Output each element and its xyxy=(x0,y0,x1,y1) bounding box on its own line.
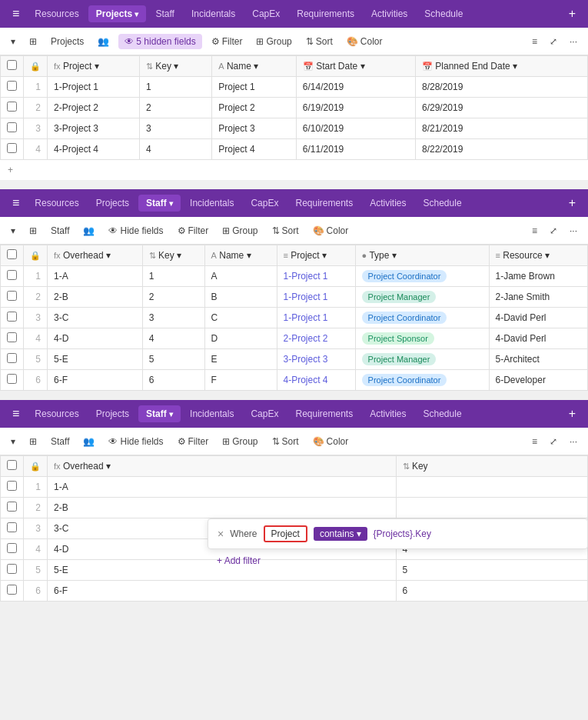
nav-requirements-1[interactable]: Requirements xyxy=(289,5,362,22)
row-height-icon[interactable]: ≡ xyxy=(527,34,542,49)
color-button-2[interactable]: 🎨 Color xyxy=(308,223,354,238)
nav-incidentals-2[interactable]: Incidentals xyxy=(182,195,241,212)
project-col-header-s1[interactable]: ≡ Project ▾ xyxy=(277,245,355,266)
add-row-button-1[interactable]: + xyxy=(0,160,588,180)
share-view-icon-2[interactable]: 👥 xyxy=(78,223,99,238)
key-col-header-s2[interactable]: ⇅ Key xyxy=(396,456,587,477)
grid-view-icon-2[interactable]: ⊞ xyxy=(25,223,42,238)
grid-view-icon-1[interactable]: ⊞ xyxy=(25,34,42,49)
checkbox-header-s1[interactable] xyxy=(1,245,24,266)
nav-add-tab-3[interactable]: + xyxy=(563,404,582,424)
nav-activities-1[interactable]: Activities xyxy=(364,5,415,22)
nav-resources-1[interactable]: Resources xyxy=(27,5,86,22)
checkbox-header-s2[interactable] xyxy=(1,456,24,477)
row-checkbox[interactable] xyxy=(1,308,24,328)
nav-capex-2[interactable]: CapEx xyxy=(243,195,286,212)
nav-projects-2[interactable]: Projects xyxy=(88,195,137,212)
more-options-icon-3[interactable]: ··· xyxy=(565,434,582,449)
row-checkbox[interactable] xyxy=(1,539,24,560)
color-button-1[interactable]: 🎨 Color xyxy=(342,34,387,49)
end-date-col-header[interactable]: 📅 Planned End Date ▾ xyxy=(415,56,587,77)
add-filter-button[interactable]: + Add filter xyxy=(217,555,261,566)
row-checkbox[interactable] xyxy=(1,118,24,139)
nav-staff-2[interactable]: Staff ▾ xyxy=(138,195,181,212)
name-col-header-s1[interactable]: A Name ▾ xyxy=(204,245,277,266)
sort-button-2[interactable]: ⇅ Sort xyxy=(267,223,304,238)
grid-view-icon-3[interactable]: ⊞ xyxy=(25,434,42,449)
view-label-2[interactable]: Staff xyxy=(46,223,74,238)
row-checkbox[interactable] xyxy=(1,77,24,98)
nav-incidentals-1[interactable]: Incidentals xyxy=(184,5,243,22)
group-button-3[interactable]: ⊞ Group xyxy=(218,434,262,449)
nav-resources-2[interactable]: Resources xyxy=(27,195,86,212)
row-checkbox[interactable] xyxy=(1,287,24,308)
nav-activities-3[interactable]: Activities xyxy=(362,405,414,422)
nav-projects-3[interactable]: Projects xyxy=(88,405,137,422)
key-col-header-s1[interactable]: ⇅ Key ▾ xyxy=(142,245,204,266)
group-button-1[interactable]: ⊞ Group xyxy=(251,34,296,49)
select-all-checkbox[interactable] xyxy=(7,60,17,70)
overhead-col-header-2[interactable]: fx Overhead ▾ xyxy=(48,456,397,477)
nav-resources-3[interactable]: Resources xyxy=(27,405,86,422)
hide-fields-button-3[interactable]: 👁 Hide fields xyxy=(104,434,168,449)
view-chevron-1[interactable]: ▾ xyxy=(6,34,20,49)
filter-close-button[interactable]: × xyxy=(218,528,224,540)
row-checkbox[interactable] xyxy=(1,139,24,160)
hide-fields-button-2[interactable]: 👁 Hide fields xyxy=(104,223,168,238)
sort-button-1[interactable]: ⇅ Sort xyxy=(301,34,337,49)
expand-icon-3[interactable]: ⤢ xyxy=(545,434,562,449)
color-button-3[interactable]: 🎨 Color xyxy=(308,434,354,449)
nav-capex-3[interactable]: CapEx xyxy=(243,405,286,422)
expand-icon-2[interactable]: ⤢ xyxy=(545,223,562,238)
filter-button-2[interactable]: ⚙ Filter xyxy=(173,223,214,238)
filter-button-3[interactable]: ⚙ Filter xyxy=(173,434,214,449)
expand-icon[interactable]: ⤢ xyxy=(545,34,562,49)
more-options-icon[interactable]: ··· xyxy=(565,34,582,49)
row-checkbox[interactable] xyxy=(1,518,24,539)
nav-schedule-2[interactable]: Schedule xyxy=(416,195,470,212)
checkbox-header[interactable] xyxy=(1,56,24,77)
nav-incidentals-3[interactable]: Incidentals xyxy=(182,405,241,422)
nav-staff-3[interactable]: Staff ▾ xyxy=(138,405,181,422)
key-col-header[interactable]: ⇅ Key ▾ xyxy=(140,56,212,77)
overhead-col-header[interactable]: fx Overhead ▾ xyxy=(48,245,143,266)
nav-activities-2[interactable]: Activities xyxy=(362,195,414,212)
filter-field-selector[interactable]: Project xyxy=(264,525,307,542)
row-checkbox[interactable] xyxy=(1,581,24,602)
more-options-icon-2[interactable]: ··· xyxy=(565,223,582,238)
nav-requirements-2[interactable]: Requirements xyxy=(287,195,360,212)
row-checkbox[interactable] xyxy=(1,266,24,287)
nav-add-tab-1[interactable]: + xyxy=(563,4,582,24)
view-chevron-3[interactable]: ▾ xyxy=(6,434,20,449)
view-label-1[interactable]: Projects xyxy=(46,34,88,49)
name-col-header[interactable]: A Name ▾ xyxy=(212,56,297,77)
sort-button-3[interactable]: ⇅ Sort xyxy=(267,434,304,449)
row-checkbox[interactable] xyxy=(1,498,24,518)
hamburger-icon-1[interactable]: ≡ xyxy=(6,4,25,24)
share-view-icon-3[interactable]: 👥 xyxy=(78,434,99,449)
nav-schedule-3[interactable]: Schedule xyxy=(416,405,470,422)
hidden-fields-button-1[interactable]: 👁 5 hidden fields xyxy=(118,34,201,49)
resource-col-header-s1[interactable]: ≡ Resource ▾ xyxy=(489,245,587,266)
row-checkbox[interactable] xyxy=(1,349,24,370)
select-all-checkbox-s2[interactable] xyxy=(7,460,17,470)
row-checkbox[interactable] xyxy=(1,328,24,349)
hamburger-icon-3[interactable]: ≡ xyxy=(6,404,25,424)
share-view-icon-1[interactable]: 👥 xyxy=(93,34,114,49)
nav-requirements-3[interactable]: Requirements xyxy=(287,405,360,422)
row-height-icon-3[interactable]: ≡ xyxy=(527,434,542,449)
hamburger-icon-2[interactable]: ≡ xyxy=(6,193,25,213)
row-checkbox[interactable] xyxy=(1,98,24,118)
nav-add-tab-2[interactable]: + xyxy=(563,193,582,213)
row-checkbox[interactable] xyxy=(1,477,24,498)
nav-staff-1[interactable]: Staff xyxy=(148,5,181,22)
row-checkbox[interactable] xyxy=(1,560,24,581)
row-height-icon-2[interactable]: ≡ xyxy=(527,223,542,238)
nav-projects-1[interactable]: Projects ▾ xyxy=(88,5,147,22)
project-col-header[interactable]: fx Project ▾ xyxy=(48,56,140,77)
select-all-checkbox-s1[interactable] xyxy=(7,249,17,259)
nav-capex-1[interactable]: CapEx xyxy=(244,5,287,22)
type-col-header-s1[interactable]: ● Type ▾ xyxy=(355,245,489,266)
nav-schedule-1[interactable]: Schedule xyxy=(417,5,470,22)
start-date-col-header[interactable]: 📅 Start Date ▾ xyxy=(296,56,415,77)
